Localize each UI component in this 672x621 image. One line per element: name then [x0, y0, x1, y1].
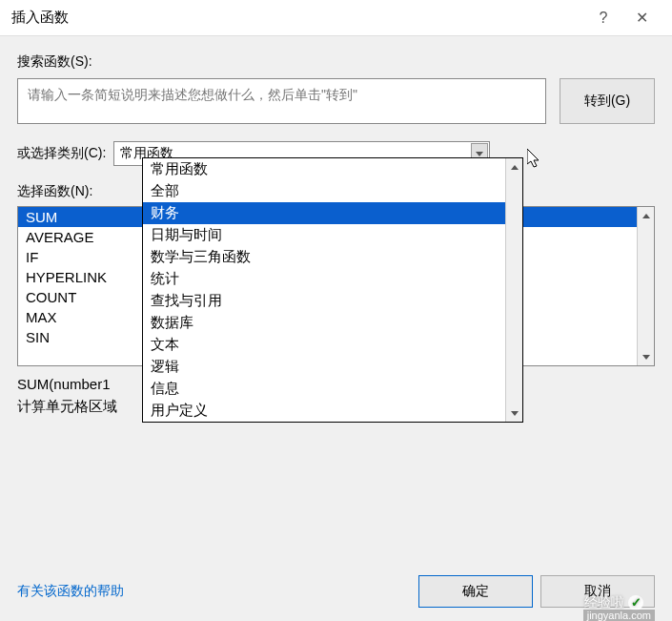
category-option[interactable]: 逻辑	[143, 356, 505, 378]
category-option[interactable]: 用户定义	[143, 400, 505, 422]
category-option[interactable]: 查找与引用	[143, 290, 505, 312]
help-button[interactable]: ?	[584, 0, 622, 36]
category-option[interactable]: 统计	[143, 268, 505, 290]
watermark-url: jingyanla.com	[583, 610, 655, 621]
scroll-down-icon[interactable]	[506, 404, 522, 422]
search-label: 搜索函数(S):	[17, 53, 655, 71]
search-input[interactable]	[17, 78, 546, 124]
category-option[interactable]: 日期与时间	[143, 224, 505, 246]
dropdown-scrollbar[interactable]	[505, 158, 522, 422]
goto-button[interactable]: 转到(G)	[560, 78, 655, 124]
search-row: 转到(G)	[17, 78, 655, 124]
category-option[interactable]: 信息	[143, 378, 505, 400]
help-link[interactable]: 有关该函数的帮助	[17, 583, 411, 600]
scroll-down-icon[interactable]	[638, 348, 654, 365]
category-dropdown-panel: 常用函数全部财务日期与时间数学与三角函数统计查找与引用数据库文本逻辑信息用户定义	[142, 157, 523, 423]
category-option[interactable]: 文本	[143, 334, 505, 356]
cursor-icon	[527, 149, 544, 173]
scroll-up-icon[interactable]	[506, 158, 522, 176]
titlebar: 插入函数 ? ✕	[0, 0, 672, 36]
dialog-content: 搜索函数(S): 转到(G) 或选择类别(C): 常用函数 选择函数(N): S…	[0, 36, 672, 621]
ok-button[interactable]: 确定	[418, 575, 533, 608]
dialog-footer: 有关该函数的帮助 确定 取消	[17, 575, 655, 608]
category-option[interactable]: 全部	[143, 180, 505, 202]
category-option[interactable]: 常用函数	[143, 158, 505, 180]
window-title: 插入函数	[11, 9, 584, 27]
functions-scrollbar[interactable]	[637, 207, 654, 365]
scroll-up-icon[interactable]	[638, 207, 654, 224]
category-option[interactable]: 数据库	[143, 312, 505, 334]
category-option[interactable]: 财务	[143, 202, 505, 224]
close-button[interactable]: ✕	[622, 0, 661, 36]
check-icon: ✓	[628, 595, 643, 611]
category-label: 或选择类别(C):	[17, 145, 106, 162]
category-option[interactable]: 数学与三角函数	[143, 246, 505, 268]
